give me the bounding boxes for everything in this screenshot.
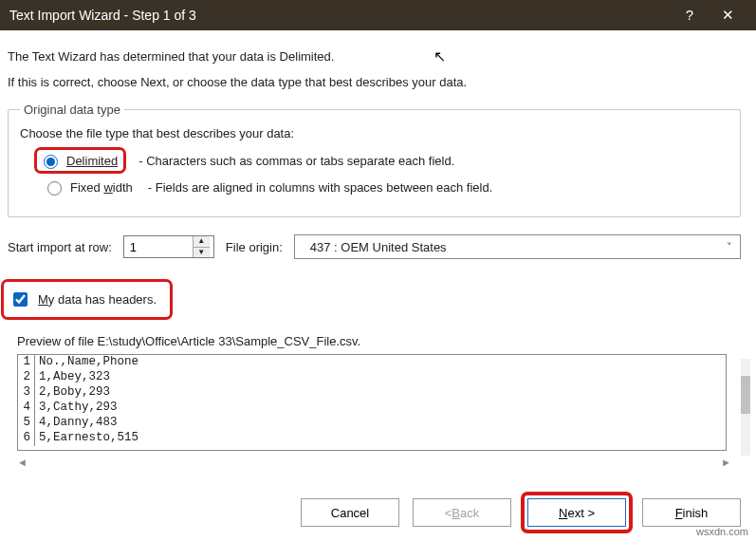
radio-row-fixed: Fixed width - Fields are aligned in colu… bbox=[37, 178, 730, 196]
line-text: 4,Danny,483 bbox=[35, 416, 118, 431]
headers-checkbox[interactable] bbox=[13, 292, 28, 307]
headers-checkbox-row[interactable]: My data has headers. bbox=[6, 284, 164, 315]
start-row-spinner[interactable]: ▲ ▼ bbox=[123, 235, 214, 258]
cancel-button[interactable]: Cancel bbox=[301, 498, 399, 527]
delimited-desc: - Characters such as commas or tabs sepa… bbox=[138, 154, 454, 168]
group-legend: Original data type bbox=[20, 103, 124, 117]
line-num: 4 bbox=[18, 401, 35, 416]
fixed-desc: - Fields are aligned in columns with spa… bbox=[148, 180, 492, 195]
file-origin-value: 437 : OEM United States bbox=[310, 240, 447, 254]
line-text: 1,Abey,323 bbox=[35, 370, 110, 385]
help-button[interactable]: ? bbox=[671, 0, 709, 30]
dialog-content: The Text Wizard has determined that your… bbox=[0, 30, 756, 477]
line-text: No.,Name,Phone bbox=[35, 355, 138, 370]
radio-delimited-label: Delimited bbox=[66, 154, 118, 168]
line-num: 5 bbox=[18, 416, 35, 431]
radio-fixed-label: Fixed width bbox=[70, 180, 133, 195]
line-text: 3,Cathy,293 bbox=[35, 401, 118, 416]
footer-buttons: Cancel < Back Next > Finish bbox=[301, 495, 741, 530]
line-text: 5,Earnesto,515 bbox=[35, 431, 138, 446]
line-num: 2 bbox=[18, 370, 35, 385]
back-button: < Back bbox=[413, 498, 511, 527]
radio-fixed-width[interactable] bbox=[47, 181, 62, 196]
spinner-buttons[interactable]: ▲ ▼ bbox=[193, 236, 210, 257]
line-text: 2,Boby,293 bbox=[35, 385, 110, 401]
spinner-up-icon[interactable]: ▲ bbox=[194, 236, 210, 248]
highlight-delimited: Delimited bbox=[37, 150, 123, 171]
choose-label: Choose the file type that best describes… bbox=[20, 126, 730, 140]
scroll-left-icon[interactable]: ◄ bbox=[17, 457, 28, 468]
chevron-down-icon: ˅ bbox=[727, 241, 732, 253]
vertical-scrollbar[interactable] bbox=[741, 359, 750, 456]
preview-label: Preview of file E:\study\Office\Article … bbox=[17, 334, 741, 348]
start-row-input[interactable] bbox=[124, 236, 193, 257]
finish-button[interactable]: Finish bbox=[642, 498, 741, 527]
close-button[interactable]: ✕ bbox=[709, 0, 747, 30]
highlight-next: Next > bbox=[525, 495, 629, 530]
radio-delimited[interactable] bbox=[44, 155, 58, 169]
intro-text-1: The Text Wizard has determined that your… bbox=[8, 49, 741, 64]
titlebar: Text Import Wizard - Step 1 of 3 ? ✕ bbox=[0, 0, 756, 30]
row-controls: Start import at row: ▲ ▼ File origin: 43… bbox=[8, 234, 741, 259]
highlight-headers: My data has headers. bbox=[4, 282, 170, 317]
line-num: 3 bbox=[18, 385, 35, 401]
preview-box: 1No.,Name,Phone 21,Abey,323 32,Boby,293 … bbox=[17, 354, 727, 451]
original-data-type-group: Original data type Choose the file type … bbox=[8, 103, 741, 217]
window-title: Text Import Wizard - Step 1 of 3 bbox=[9, 8, 671, 23]
intro-text-2: If this is correct, choose Next, or choo… bbox=[8, 75, 741, 89]
line-num: 6 bbox=[18, 431, 35, 446]
watermark: wsxdn.com bbox=[696, 526, 748, 537]
hscroll-track[interactable] bbox=[33, 458, 715, 466]
scrollbar-thumb[interactable] bbox=[741, 376, 750, 414]
next-button[interactable]: Next > bbox=[527, 498, 626, 527]
scroll-right-icon[interactable]: ► bbox=[721, 457, 731, 468]
spinner-down-icon[interactable]: ▼ bbox=[194, 248, 210, 258]
headers-label: My data has headers. bbox=[38, 292, 157, 307]
radio-row-delimited: Delimited - Characters such as commas or… bbox=[37, 150, 730, 171]
radio-fixed-wrap[interactable]: Fixed width bbox=[43, 178, 133, 196]
file-origin-select[interactable]: 437 : OEM United States ˅ bbox=[294, 234, 741, 259]
start-row-label: Start import at row: bbox=[8, 240, 112, 254]
radio-delimited-wrap[interactable]: Delimited bbox=[39, 152, 118, 169]
line-num: 1 bbox=[18, 355, 35, 370]
horizontal-scrollbar[interactable]: ◄ ► bbox=[17, 457, 731, 468]
file-origin-label: File origin: bbox=[226, 240, 283, 254]
